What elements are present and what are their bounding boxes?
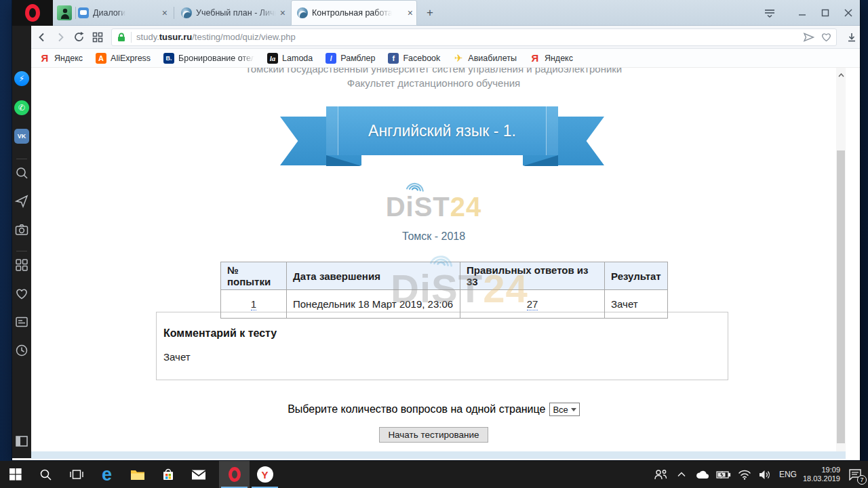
- bookmark-heart-icon[interactable]: [821, 32, 832, 42]
- scroll-up-icon[interactable]: [836, 70, 846, 80]
- bookmark-booking[interactable]: B. Бронирование отеле: [163, 53, 254, 64]
- snapshot-camera-icon[interactable]: [14, 222, 29, 237]
- url-text[interactable]: study.tusur.ru/testing/mod/quiz/view.php: [136, 32, 296, 42]
- tab-close-icon[interactable]: ×: [158, 7, 172, 18]
- comment-box: Комментарий к тесту Зачет: [156, 312, 728, 380]
- vk-icon[interactable]: VK: [14, 129, 29, 144]
- edge-button[interactable]: e: [92, 461, 122, 488]
- folder-icon: [130, 468, 145, 481]
- microsoft-store-button[interactable]: [153, 461, 183, 488]
- opera-taskbar-button[interactable]: [219, 461, 250, 488]
- time: 19:09: [803, 466, 840, 474]
- bookmark-aliexpress[interactable]: A AliExpress: [96, 53, 151, 64]
- onedrive-cloud-icon[interactable]: [695, 467, 710, 482]
- comment-title: Комментарий к тесту: [163, 327, 277, 340]
- bookmark-label: Бронирование отеле: [178, 54, 254, 63]
- task-view-button[interactable]: [61, 461, 92, 488]
- action-center-button[interactable]: 7: [846, 466, 864, 483]
- close-button[interactable]: [837, 0, 860, 26]
- share-page-icon[interactable]: [803, 32, 815, 43]
- attempt-link[interactable]: 1: [251, 298, 256, 310]
- messenger-icon[interactable]: ⚡: [14, 71, 29, 86]
- select-value: Все: [553, 405, 568, 415]
- battery-icon[interactable]: [716, 467, 731, 482]
- maximize-button[interactable]: [814, 0, 837, 26]
- tusur-favicon-icon: [297, 7, 308, 18]
- address-bar[interactable]: study.tusur.ru/testing/mod/quiz/view.php: [111, 28, 837, 46]
- speed-dial-icon[interactable]: [90, 29, 106, 45]
- bookmark-yandex[interactable]: Я Яндекс: [39, 53, 83, 64]
- sidebar-setup-icon[interactable]: [14, 434, 29, 449]
- questions-per-page-row: Выберите количество вопросов на одной ст…: [31, 403, 836, 416]
- wifi-icon[interactable]: [737, 467, 752, 482]
- pinned-tab[interactable]: [57, 5, 72, 20]
- show-hidden-icons-chevron[interactable]: [674, 467, 689, 482]
- aliexpress-icon: A: [96, 53, 106, 64]
- tab-study-plan[interactable]: Учебный план - Личный ×: [176, 0, 290, 26]
- mail-button[interactable]: [183, 461, 214, 488]
- whatsapp-icon[interactable]: ✆: [14, 100, 29, 115]
- search-icon: [39, 468, 52, 481]
- bookmark-yandex-2[interactable]: Я Яндекс: [530, 53, 573, 64]
- url-subdomain: study.: [136, 32, 159, 42]
- tab-close-icon[interactable]: ×: [403, 7, 417, 18]
- airplane-icon: ✈: [453, 53, 464, 64]
- sidebar-divider: [16, 251, 27, 251]
- navigation-toolbar: study.tusur.ru/testing/mod/quiz/view.php: [31, 26, 860, 49]
- yandex-browser-icon: Y: [257, 466, 273, 483]
- header-attempt: № попытки: [221, 262, 287, 290]
- page-footer-strip: [31, 451, 846, 459]
- bookmark-label: Яндекс: [545, 54, 573, 63]
- questions-per-page-select[interactable]: Все: [549, 403, 579, 416]
- tab-title: Диалоги: [93, 8, 125, 18]
- bookmark-rambler[interactable]: / Рамблер: [326, 53, 375, 64]
- secure-lock-icon[interactable]: [116, 32, 127, 43]
- my-flow-icon[interactable]: [14, 194, 29, 209]
- address-bar-actions: [803, 32, 832, 43]
- tab-separator: [174, 7, 174, 19]
- speed-dial-icon[interactable]: [14, 258, 29, 272]
- bookmark-aviabilety[interactable]: ✈ Авиабилеты: [453, 53, 517, 64]
- search-icon[interactable]: [14, 165, 29, 180]
- tab-close-icon[interactable]: ×: [276, 7, 290, 18]
- start-test-button[interactable]: Начать тестирование: [379, 427, 488, 443]
- people-icon[interactable]: [653, 467, 668, 482]
- minimize-button[interactable]: [791, 0, 814, 26]
- wifi-arcs-icon: [404, 176, 427, 193]
- yandex-browser-button[interactable]: Y: [250, 461, 280, 488]
- bookmark-label: Яндекс: [54, 54, 83, 63]
- taskbar-search-button[interactable]: [31, 461, 61, 488]
- scrollbar-thumb[interactable]: [837, 150, 845, 443]
- tab-quiz-active[interactable]: Контрольная работа по д ×: [291, 0, 417, 26]
- course-title: Английский язык - 1.: [368, 122, 516, 140]
- download-icon[interactable]: [844, 29, 860, 45]
- city-year: Томск - 2018: [31, 230, 836, 243]
- opera-menu-button[interactable]: [12, 0, 53, 26]
- booking-icon: B.: [163, 53, 174, 64]
- new-tab-button[interactable]: +: [422, 5, 438, 21]
- tab-dialogs[interactable]: Диалоги ×: [78, 0, 172, 26]
- page-scrollbar[interactable]: [836, 68, 846, 451]
- reload-icon[interactable]: [71, 29, 87, 45]
- file-explorer-button[interactable]: [122, 461, 153, 488]
- yandex-icon: Я: [530, 53, 540, 64]
- start-button[interactable]: [0, 461, 31, 488]
- window-controls: [758, 0, 860, 26]
- tab-menu-icon[interactable]: [758, 0, 781, 26]
- correct-answers-link[interactable]: 27: [527, 298, 538, 310]
- bookmarks-heart-icon[interactable]: [14, 286, 29, 301]
- volume-icon[interactable]: [758, 467, 773, 482]
- faculty-name: Факультет дистанционного обучения: [31, 77, 836, 89]
- bookmark-lamoda[interactable]: la Lamoda: [267, 53, 313, 64]
- forward-icon[interactable]: [53, 29, 69, 45]
- personal-news-icon[interactable]: [14, 314, 29, 329]
- back-icon[interactable]: [34, 29, 50, 45]
- results-table: № попытки Дата завершения Правильных отв…: [220, 262, 668, 319]
- bookmark-facebook[interactable]: f Facebook: [388, 53, 440, 64]
- url-domain: tusur.ru: [159, 32, 192, 42]
- history-clock-icon[interactable]: [14, 343, 29, 358]
- clock[interactable]: 19:09 18.03.2019: [803, 466, 840, 483]
- language-indicator[interactable]: ENG: [779, 470, 797, 479]
- store-bag-icon: [161, 468, 175, 481]
- url-path: /testing/mod/quiz/view.php: [192, 32, 295, 42]
